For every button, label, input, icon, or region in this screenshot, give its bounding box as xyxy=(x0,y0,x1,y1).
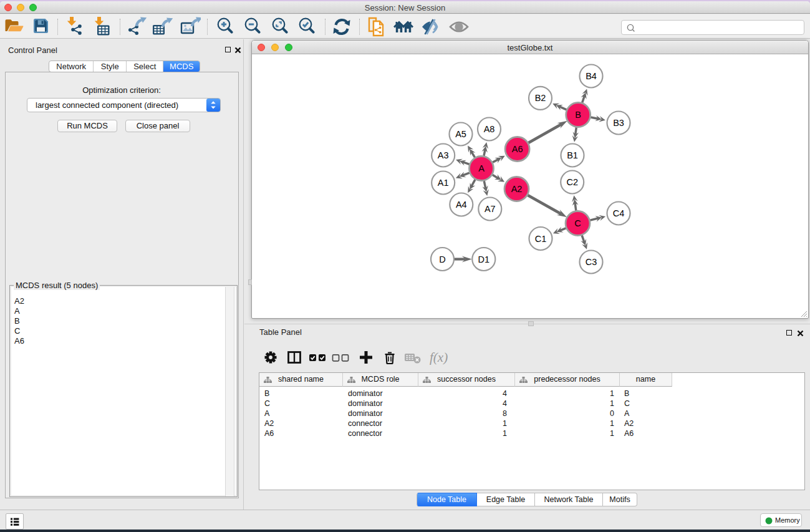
svg-text:C3: C3 xyxy=(586,257,597,267)
svg-text:B: B xyxy=(575,110,581,120)
svg-text:B2: B2 xyxy=(535,93,546,103)
svg-text:A2: A2 xyxy=(511,184,523,194)
svg-text:A5: A5 xyxy=(455,129,466,139)
svg-text:D: D xyxy=(439,254,445,264)
svg-text:B3: B3 xyxy=(613,118,624,128)
svg-text:C4: C4 xyxy=(613,208,625,218)
svg-text:A7: A7 xyxy=(485,204,496,214)
svg-text:C: C xyxy=(574,218,581,228)
svg-text:A4: A4 xyxy=(456,200,467,210)
svg-text:A: A xyxy=(478,163,485,173)
svg-text:A1: A1 xyxy=(438,178,449,188)
svg-text:C1: C1 xyxy=(535,234,547,244)
svg-text:D1: D1 xyxy=(478,254,490,264)
svg-text:A3: A3 xyxy=(438,150,449,160)
svg-text:A6: A6 xyxy=(512,144,523,154)
svg-text:B4: B4 xyxy=(586,71,597,81)
svg-text:C2: C2 xyxy=(566,177,578,187)
svg-text:A8: A8 xyxy=(484,124,495,134)
svg-text:B1: B1 xyxy=(567,150,578,160)
